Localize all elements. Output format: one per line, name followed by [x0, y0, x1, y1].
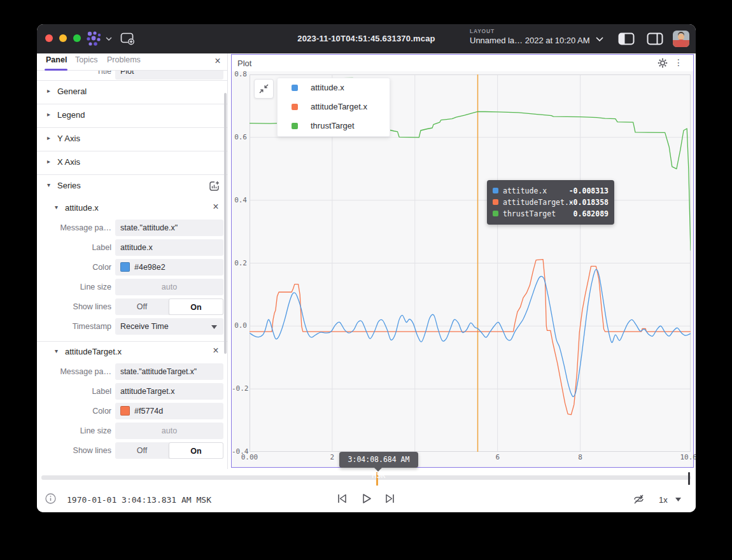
- tooltip-row: attitude.x -0.008313: [493, 186, 609, 196]
- show-lines-off-button[interactable]: Off: [115, 298, 169, 315]
- message-path-row: Message pa… state."attitude.x": [37, 220, 227, 239]
- title-field-label: Title: [37, 71, 111, 80]
- tab-problems[interactable]: Problems: [107, 55, 141, 64]
- tooltip-row: attitudeTarget.x -0.018358: [493, 197, 609, 207]
- seek-end-button[interactable]: [384, 493, 396, 505]
- sidebar-tab-bar: Panel Topics Problems ×: [37, 53, 227, 71]
- line-size-input[interactable]: auto: [115, 279, 223, 295]
- legend-swatch: [292, 85, 298, 91]
- color-swatch[interactable]: [120, 406, 130, 416]
- playback-speed[interactable]: 1x: [659, 495, 668, 505]
- label-row: Label attitude.x: [37, 239, 227, 259]
- tooltip-swatch: [493, 188, 498, 193]
- section-x-axis[interactable]: ▸ X Axis: [37, 151, 227, 175]
- tooltip-swatch: [493, 199, 498, 205]
- toggle-left-sidebar-icon[interactable]: [618, 32, 635, 45]
- tooltip-row: thrustTarget 0.682089: [493, 209, 609, 219]
- timeline-scrubber-row: [37, 469, 696, 487]
- title-field-value[interactable]: Plot: [115, 71, 223, 80]
- label-input[interactable]: attitudeTarget.x: [115, 383, 223, 400]
- chevron-right-icon: ▸: [47, 111, 50, 118]
- remove-series-icon[interactable]: ×: [209, 201, 222, 213]
- label-input[interactable]: attitude.x: [115, 239, 223, 256]
- timestamp-select[interactable]: Receive Time: [115, 318, 223, 335]
- current-timestamp[interactable]: 1970-01-01 3:04:13.831 AM MSK: [67, 495, 211, 505]
- chevron-down-icon: ▾: [47, 181, 50, 188]
- timeline-end-marker[interactable]: [688, 472, 690, 485]
- layout-selector[interactable]: LAYOUT Unnamed la… 2022 at 10:20 AM: [470, 28, 590, 45]
- playback-bar: 1970-01-01 3:04:13.831 AM MSK: [37, 487, 696, 512]
- legend-item[interactable]: attitude.x: [278, 78, 390, 97]
- show-lines-row: Show lines OffOn: [37, 442, 227, 462]
- title-setting-row-clipped: Title Plot: [37, 71, 227, 81]
- y-axis-tick-label: 0.2: [232, 259, 247, 267]
- section-legend[interactable]: ▸ Legend: [37, 104, 227, 128]
- show-lines-on-button[interactable]: On: [169, 442, 223, 459]
- legend-item[interactable]: thrustTarget: [278, 116, 390, 136]
- speed-chevron-icon[interactable]: [675, 498, 681, 501]
- line-size-row: Line size auto: [37, 423, 227, 442]
- y-axis-tick-label: 0.4: [232, 196, 247, 204]
- layout-chevron-icon[interactable]: [596, 37, 603, 41]
- section-general[interactable]: ▸ General: [37, 81, 227, 104]
- hover-values-tooltip: attitude.x -0.008313 attitudeTarget.x -0…: [487, 180, 614, 225]
- color-swatch[interactable]: [120, 262, 130, 272]
- seek-start-button[interactable]: [336, 493, 348, 505]
- panel-settings-sidebar: Panel Topics Problems × Title Plot ▸ Gen…: [37, 53, 228, 469]
- toggle-right-sidebar-icon[interactable]: [647, 32, 663, 45]
- color-row: Color #4e98e2: [37, 259, 227, 279]
- y-axis-tick-label: -0.2: [232, 384, 247, 393]
- section-series[interactable]: ▾ Series: [37, 175, 227, 198]
- panel-settings-gear-icon[interactable]: [658, 58, 668, 68]
- show-lines-toggle: OffOn: [115, 298, 223, 315]
- settings-scroll-area[interactable]: Title Plot ▸ General ▸ Legend ▸ Y Axis: [37, 71, 227, 469]
- timestamp-row: Timestamp Receive Time: [37, 318, 227, 341]
- main-content: Panel Topics Problems × Title Plot ▸ Gen…: [37, 53, 696, 469]
- line-size-input[interactable]: auto: [115, 423, 223, 439]
- legend-swatch: [292, 123, 298, 129]
- message-path-input[interactable]: state."attitudeTarget.x": [115, 363, 223, 380]
- layout-name: Unnamed la… 2022 at 10:20 AM: [470, 36, 590, 45]
- series-group-attitude-target-x[interactable]: ▾ attitudeTarget.x ×: [37, 342, 227, 363]
- collapse-legend-button[interactable]: [254, 79, 274, 99]
- color-input[interactable]: #4e98e2: [115, 259, 223, 276]
- timeline-hover-tooltip: 3:04:08.684 AM MSK: [339, 452, 418, 468]
- x-axis-tick-label: 8: [567, 453, 595, 461]
- label-row: Label attitudeTarget.x: [37, 383, 227, 403]
- plot-chart-area[interactable]: 0.80.60.40.20.0-0.2-0.40.00246810.67 att…: [232, 71, 693, 467]
- plot-panel[interactable]: Plot ⋮: [231, 54, 694, 468]
- section-y-axis[interactable]: ▸ Y Axis: [37, 128, 227, 151]
- timeline-scrubber[interactable]: [41, 475, 691, 480]
- show-lines-off-button[interactable]: Off: [115, 442, 169, 459]
- close-sidebar-icon[interactable]: ×: [211, 55, 224, 67]
- sidebar-scrollbar[interactable]: [224, 93, 227, 354]
- user-avatar[interactable]: [673, 31, 689, 47]
- show-lines-on-button[interactable]: On: [169, 298, 223, 315]
- x-axis-tick-label: 10.67: [677, 453, 696, 461]
- show-lines-toggle: OffOn: [115, 442, 223, 459]
- loop-playback-off-icon[interactable]: [633, 493, 645, 505]
- chevron-right-icon: ▸: [47, 134, 50, 141]
- message-path-input[interactable]: state."attitude.x": [115, 220, 223, 236]
- remove-series-icon[interactable]: ×: [209, 345, 222, 356]
- series-group-attitude-x[interactable]: ▾ attitude.x ×: [37, 198, 227, 220]
- tab-topics[interactable]: Topics: [75, 55, 97, 64]
- play-button[interactable]: [360, 493, 372, 505]
- data-source-info-icon[interactable]: [45, 493, 56, 504]
- plot-panel-title: Plot: [237, 59, 251, 68]
- chevron-down-icon: ▾: [55, 204, 58, 211]
- add-series-icon[interactable]: [209, 181, 220, 192]
- show-lines-row: Show lines OffOn: [37, 298, 227, 318]
- app-window: 2023-11-10T04:51:45.631370.mcap LAYOUT U…: [37, 24, 696, 512]
- tab-panel[interactable]: Panel: [46, 55, 67, 64]
- legend-swatch: [292, 104, 298, 110]
- x-axis-tick-label: 0.00: [236, 453, 264, 461]
- panel-menu-kebab-icon[interactable]: ⋮: [674, 57, 683, 67]
- y-axis-tick-label: 0.0: [232, 321, 247, 330]
- plot-panel-toolbar: Plot ⋮: [232, 55, 693, 71]
- chevron-right-icon: ▸: [47, 158, 50, 165]
- legend-item[interactable]: attitudeTarget.x: [278, 97, 390, 116]
- color-input[interactable]: #f5774d: [115, 403, 223, 419]
- message-path-row: Message pa… state."attitudeTarget.x": [37, 363, 227, 383]
- layout-caption: LAYOUT: [470, 28, 590, 34]
